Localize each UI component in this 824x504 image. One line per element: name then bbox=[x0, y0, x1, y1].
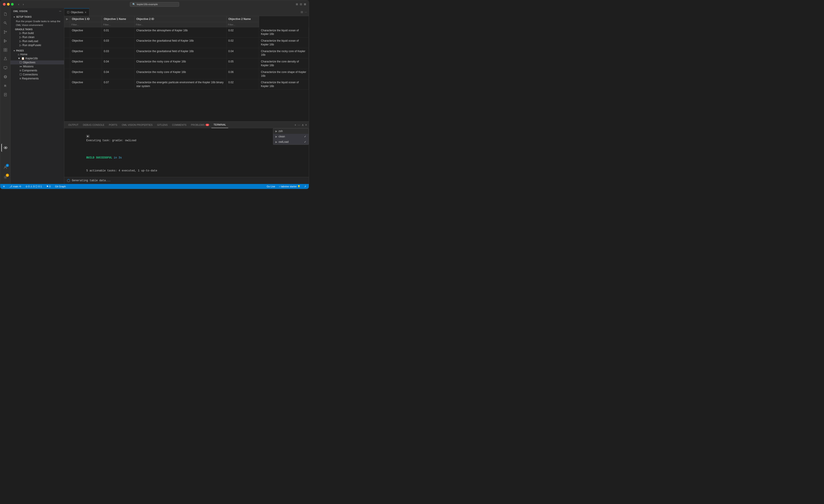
panel-tab-comments[interactable]: COMMENTS bbox=[170, 122, 189, 128]
filter-obj2id-cell[interactable] bbox=[134, 22, 226, 27]
panel-actions: + ··· ∧ × bbox=[294, 123, 307, 127]
panel-tab-ports[interactable]: PORTS bbox=[107, 122, 120, 128]
zsh-label: zsh bbox=[279, 130, 283, 133]
traffic-lights bbox=[3, 3, 14, 6]
svg-point-26 bbox=[5, 166, 6, 167]
activity-lab[interactable] bbox=[1, 55, 9, 63]
task-icon: ▶ bbox=[86, 135, 90, 138]
filter-obj1name-input[interactable] bbox=[103, 23, 133, 26]
home-label: Home bbox=[20, 53, 27, 56]
panel-tab-debug[interactable]: DEBUG CONSOLE bbox=[81, 122, 107, 128]
svg-rect-10 bbox=[6, 48, 7, 50]
dropdown-item-owlload[interactable]: ▶ owlLoad ✓ bbox=[273, 139, 309, 145]
activity-search[interactable] bbox=[1, 19, 9, 27]
sidebar-item-requirements[interactable]: ≡ Requirements bbox=[10, 77, 64, 81]
terminal-dropdown: ▶ zsh ▶ clean ✓ ▶ owlLoad ✓ bbox=[273, 128, 309, 145]
table-body: Objective 0.01 Characterize the atmosphe… bbox=[64, 27, 309, 90]
panel-more-icon[interactable]: ··· bbox=[298, 123, 300, 127]
loading-spinner bbox=[67, 179, 70, 182]
filter-obj2name-input[interactable] bbox=[228, 23, 258, 26]
activity-doc[interactable] bbox=[1, 91, 9, 99]
layout-icon-2[interactable]: ⊟ bbox=[300, 3, 302, 6]
table-header-row: ▶ Objective 1 ID Objective 1 Name Object… bbox=[64, 16, 309, 22]
expand-cell bbox=[64, 27, 70, 37]
components-label: Components bbox=[22, 69, 37, 72]
sidebar: OML Vision ··· ▼ SETUP TASKS Run the pro… bbox=[10, 8, 64, 184]
sidebar-item-run-stopfuseki[interactable]: ▷ Run stopFuseki bbox=[10, 43, 64, 47]
minimize-button[interactable] bbox=[7, 3, 10, 6]
status-open-icon[interactable]: ↗ bbox=[303, 185, 307, 188]
layout-icon-1[interactable]: ⊞ bbox=[296, 3, 298, 6]
status-branch[interactable]: ⎇ main ⟲ bbox=[8, 185, 22, 188]
filter-obj2name-cell[interactable] bbox=[226, 22, 259, 27]
panel-maximize-icon[interactable]: ∧ bbox=[302, 123, 304, 127]
forward-button[interactable]: › bbox=[22, 2, 25, 6]
sidebar-item-connections[interactable]: ☐ Connections bbox=[10, 73, 64, 77]
sidebar-item-kepler16b[interactable]: ▼ 📋 Kepler16b bbox=[10, 56, 64, 60]
activity-source-control[interactable] bbox=[1, 28, 9, 36]
sidebar-item-run-clean[interactable]: ▷ Run clean bbox=[10, 35, 64, 39]
maximize-button[interactable] bbox=[11, 3, 14, 6]
section-header-setup-tasks[interactable]: ▼ SETUP TASKS bbox=[10, 15, 64, 19]
status-left: ✕ ⎇ main ⟲ ⊙ 0 ⚠ 0 ⓘ 0 1 ⚑ 0 Git Graph bbox=[2, 185, 67, 188]
tab-close-button[interactable]: × bbox=[85, 10, 86, 14]
status-go-live[interactable]: Go Live bbox=[266, 185, 276, 188]
section-header-pages[interactable]: ▼ PAGES bbox=[10, 49, 64, 52]
activity-run[interactable] bbox=[1, 37, 9, 45]
filter-obj2id-input[interactable] bbox=[136, 23, 225, 26]
status-git-graph[interactable]: Git Graph bbox=[54, 185, 67, 188]
search-text: kepler16b-example bbox=[137, 3, 158, 6]
cell-obj1name: Characterize the energetic particule env… bbox=[134, 79, 226, 90]
activity-account[interactable]: 2 bbox=[1, 163, 9, 171]
panel-tab-gitlens[interactable]: GITLENS bbox=[155, 122, 170, 128]
sidebar-item-home[interactable]: ⌂ Home bbox=[10, 52, 64, 56]
dropdown-item-zsh[interactable]: ▶ zsh bbox=[273, 128, 309, 134]
filter-obj1id-input[interactable] bbox=[72, 23, 100, 26]
panel-tab-terminal[interactable]: TERMINAL bbox=[211, 122, 228, 128]
activity-globe[interactable] bbox=[1, 73, 9, 81]
sidebar-item-objectives[interactable]: ☐ Objectives bbox=[10, 60, 64, 65]
status-warnings[interactable]: ⚑ 0 bbox=[45, 185, 51, 188]
cell-obj2id: 0.04 bbox=[226, 48, 259, 58]
list-icon: ≔ bbox=[19, 65, 22, 68]
filter-obj1id-cell[interactable] bbox=[70, 22, 102, 27]
sidebar-item-run-owlload[interactable]: ▷ Run owlLoad bbox=[10, 39, 64, 43]
status-error[interactable]: ✕ bbox=[2, 185, 6, 188]
activity-files[interactable] bbox=[1, 10, 9, 18]
panel-tab-oml[interactable]: OML VISION PROPERTIES bbox=[120, 122, 155, 128]
svg-rect-9 bbox=[4, 48, 5, 50]
new-terminal-icon[interactable]: + bbox=[294, 123, 296, 127]
panel-tab-problems[interactable]: PROBLEMS 1 bbox=[189, 122, 211, 128]
more-icon[interactable]: ··· bbox=[305, 10, 307, 14]
split-editor-icon[interactable]: ⊟ bbox=[301, 10, 303, 14]
filter-obj1name-cell[interactable] bbox=[102, 22, 134, 27]
close-button[interactable] bbox=[3, 3, 6, 6]
svg-rect-11 bbox=[4, 50, 5, 51]
sidebar-more-icon[interactable]: ··· bbox=[59, 10, 61, 12]
panel-tab-output[interactable]: OUTPUT bbox=[66, 122, 81, 128]
back-button[interactable]: ‹ bbox=[17, 2, 20, 6]
main-layout: R 2 1 OML Vision bbox=[0, 8, 309, 184]
dropdown-item-clean[interactable]: ▶ clean ✓ bbox=[273, 134, 309, 139]
activity-extensions[interactable] bbox=[1, 46, 9, 54]
panel-close-icon[interactable]: × bbox=[305, 123, 307, 127]
status-problems[interactable]: ⊙ 0 ⚠ 0 ⓘ 0 1 bbox=[25, 185, 43, 188]
title-search[interactable]: 🔍 kepler16b-example bbox=[130, 2, 179, 7]
terminal-icon: ▶ bbox=[276, 130, 277, 133]
activity-settings[interactable]: 1 bbox=[1, 173, 9, 181]
gradle-tasks-header[interactable]: GRADLE TASKS bbox=[10, 28, 64, 31]
expand-cell bbox=[64, 48, 70, 58]
sidebar-item-missions[interactable]: ≔ Missions bbox=[10, 65, 64, 69]
activity-monitor[interactable] bbox=[1, 64, 9, 72]
layout-icon-3[interactable]: ⊠ bbox=[304, 3, 306, 6]
sidebar-item-components[interactable]: ≡ Components bbox=[10, 69, 64, 73]
tab-objectives[interactable]: ☐ Objectives × bbox=[64, 8, 89, 16]
missions-label: Missions bbox=[23, 65, 33, 68]
activity-r[interactable]: R bbox=[1, 82, 9, 90]
connections-label: Connections bbox=[23, 73, 38, 76]
terminal-executing-line: ▶ Executing task: gradle: owlLoad bbox=[67, 130, 306, 147]
play-icon: ▷ bbox=[19, 31, 21, 35]
status-tabnine[interactable]: ○ tabnine starter 💡 bbox=[278, 185, 301, 188]
sidebar-item-run-build[interactable]: ▷ Run build bbox=[10, 31, 64, 35]
activity-eye[interactable] bbox=[1, 144, 9, 152]
